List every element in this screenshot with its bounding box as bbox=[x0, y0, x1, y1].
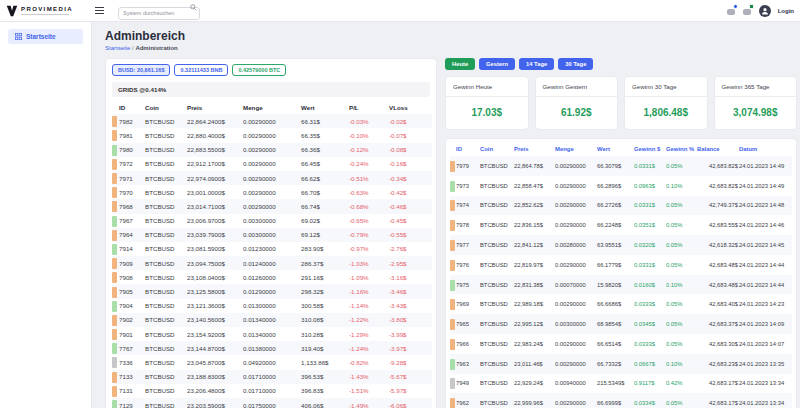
cell-coin: BTCBUSD bbox=[480, 314, 514, 334]
cell-preis: 23,188.8300$ bbox=[187, 370, 243, 384]
period-button-gestern[interactable]: Gestern bbox=[479, 58, 515, 70]
cell-wert: 66.2248$ bbox=[597, 215, 634, 235]
sidebar-item-label: Startseite bbox=[26, 33, 56, 40]
cell-wert: 66.2726$ bbox=[597, 196, 634, 216]
column-header: Coin bbox=[480, 142, 514, 156]
cell-id: 7336 bbox=[119, 355, 145, 369]
sidebar-item-startseite[interactable]: Startseite bbox=[8, 29, 83, 44]
cell-preis: 22,852.62$ bbox=[514, 196, 555, 216]
cell-gewinn_pct: 0.05% bbox=[666, 314, 697, 334]
column-header: Gewinn $ bbox=[634, 142, 666, 156]
column-header: VLoss bbox=[389, 100, 432, 114]
row-status-indicator bbox=[112, 171, 119, 185]
cell-pl: -0.82% bbox=[349, 355, 389, 369]
row-status-indicator bbox=[112, 199, 119, 213]
cell-preis: 22,883.5500$ bbox=[187, 143, 243, 157]
cell-gewinn_pct: 0.10% bbox=[666, 176, 697, 196]
search-input[interactable] bbox=[118, 7, 200, 20]
period-button-heute[interactable]: Heute bbox=[445, 58, 475, 70]
cell-wert: 66.36$ bbox=[301, 143, 349, 157]
cell-menge: 0.00290000 bbox=[243, 185, 301, 199]
column-header: Coin bbox=[145, 100, 187, 114]
cell-pl: -1.09% bbox=[349, 270, 389, 284]
cell-wert: 300.58$ bbox=[301, 299, 349, 313]
table-row: 7979BTCBUSD22,864.78$0.0029000066.3079$0… bbox=[450, 156, 792, 176]
period-button-30-tage[interactable]: 30 Tage bbox=[558, 58, 593, 70]
table-row: 7908BTCBUSD23,108.0400$0.01260000291.16$… bbox=[112, 270, 432, 284]
cell-preis: 23,121.3600$ bbox=[187, 299, 243, 313]
cell-gewinn_pct: 0.05% bbox=[666, 334, 697, 354]
cell-id: 7970 bbox=[119, 185, 145, 199]
cell-datum: 24.01.2023 14:49 bbox=[739, 156, 792, 176]
cell-vloss: -0.08$ bbox=[389, 143, 432, 157]
cell-pl: -0.10% bbox=[349, 128, 389, 142]
cell-id: 7901 bbox=[119, 327, 145, 341]
cell-coin: BTCBUSD bbox=[480, 334, 514, 354]
login-button[interactable]: Login bbox=[778, 8, 794, 14]
table-row: 7966BTCBUSD22,983.24$0.0029000066.6514$0… bbox=[450, 334, 792, 354]
breadcrumb-home[interactable]: Startseite bbox=[105, 45, 130, 51]
table-row: 7969BTCBUSD22,989.18$0.0029000066.6686$0… bbox=[450, 294, 792, 314]
cell-vloss: -3.99$ bbox=[389, 327, 432, 341]
cell-gewinn_usd: 0.0320$ bbox=[634, 235, 666, 255]
cell-preis: 23,094.7500$ bbox=[187, 256, 243, 270]
messages-icon[interactable] bbox=[743, 6, 752, 15]
cell-coin: BTCBUSD bbox=[145, 270, 187, 284]
cell-preis: 22,864.2400$ bbox=[187, 114, 243, 128]
cell-vloss: -2.76$ bbox=[389, 242, 432, 256]
cell-id: 7978 bbox=[456, 215, 480, 235]
logo: PROVIMEDIA bbox=[6, 5, 73, 17]
cell-preis: 22,974.0900$ bbox=[187, 171, 243, 185]
row-status-indicator bbox=[112, 128, 119, 142]
page-title: Adminbereich bbox=[105, 29, 797, 43]
table-row: 7974BTCBUSD22,852.62$0.0029000066.2726$0… bbox=[450, 196, 792, 216]
card-value: 1,806.48$ bbox=[625, 97, 707, 129]
cell-vloss: -5.97$ bbox=[389, 384, 432, 398]
cell-vloss: -0.16$ bbox=[389, 157, 432, 171]
cell-coin: BTCBUSD bbox=[480, 176, 514, 196]
row-status-indicator bbox=[112, 355, 119, 369]
cell-pl: -1.03% bbox=[349, 256, 389, 270]
column-header: Wert bbox=[597, 142, 634, 156]
cell-id: 7976 bbox=[456, 255, 480, 275]
cell-pl: -0.97% bbox=[349, 242, 389, 256]
cell-wert: 66.62$ bbox=[301, 171, 349, 185]
table-row: 7133BTCBUSD23,188.8300$0.01710000396.53$… bbox=[112, 370, 432, 384]
cell-gewinn_usd: 0.0667$ bbox=[634, 354, 666, 374]
cell-preis: 22,819.97$ bbox=[514, 255, 555, 275]
cell-preis: 22,999.96$ bbox=[514, 393, 555, 408]
cell-preis: 22,912.1700$ bbox=[187, 157, 243, 171]
cell-balance: 42,683.55$ bbox=[697, 215, 739, 235]
cell-vloss: -0.07$ bbox=[389, 128, 432, 142]
table-row: 7970BTCBUSD23,001.0000$0.0029000066.70$-… bbox=[112, 185, 432, 199]
cell-menge: 0.00290000 bbox=[555, 354, 597, 374]
cell-wert: 66.6686$ bbox=[597, 294, 634, 314]
table-row: 7972BTCBUSD22,912.1700$0.0029000066.45$-… bbox=[112, 157, 432, 171]
row-status-indicator bbox=[112, 270, 119, 284]
period-button-14-tage[interactable]: 14 Tage bbox=[519, 58, 554, 70]
cell-preis: 22,995.12$ bbox=[514, 314, 555, 334]
cell-wert: 63.9551$ bbox=[597, 235, 634, 255]
cell-wert: 396.83$ bbox=[301, 384, 349, 398]
cell-menge: 0.00290000 bbox=[555, 215, 597, 235]
cell-coin: BTCBUSD bbox=[145, 299, 187, 313]
avatar[interactable] bbox=[759, 5, 771, 17]
table-row: 7963BTCBUSD23,011.46$0.0029000066.7332$0… bbox=[450, 354, 792, 374]
cell-datum: 24.01.2023 14:48 bbox=[739, 196, 792, 216]
cell-menge: 0.04920000 bbox=[243, 355, 301, 369]
cell-vloss: -3.46$ bbox=[389, 284, 432, 298]
cell-coin: BTCBUSD bbox=[480, 215, 514, 235]
table-row: 7904BTCBUSD23,121.3600$0.01300000300.58$… bbox=[112, 299, 432, 313]
cell-coin: BTCBUSD bbox=[145, 398, 187, 408]
grids-panel-title: GRIDS @0.414% bbox=[112, 82, 430, 97]
cell-coin: BTCBUSD bbox=[145, 185, 187, 199]
cell-coin: BTCBUSD bbox=[145, 157, 187, 171]
cell-wert: 66.74$ bbox=[301, 199, 349, 213]
menu-toggle-icon[interactable] bbox=[95, 5, 104, 15]
busd-balance-badge: BUSD: 20,861.16$ bbox=[112, 64, 170, 76]
cell-menge: 0.01300000 bbox=[243, 299, 301, 313]
notifications-icon[interactable] bbox=[727, 6, 736, 15]
cell-balance: 42,683.30$ bbox=[697, 334, 739, 354]
cell-gewinn_pct: 0.05% bbox=[666, 235, 697, 255]
cell-id: 7975 bbox=[456, 275, 480, 295]
